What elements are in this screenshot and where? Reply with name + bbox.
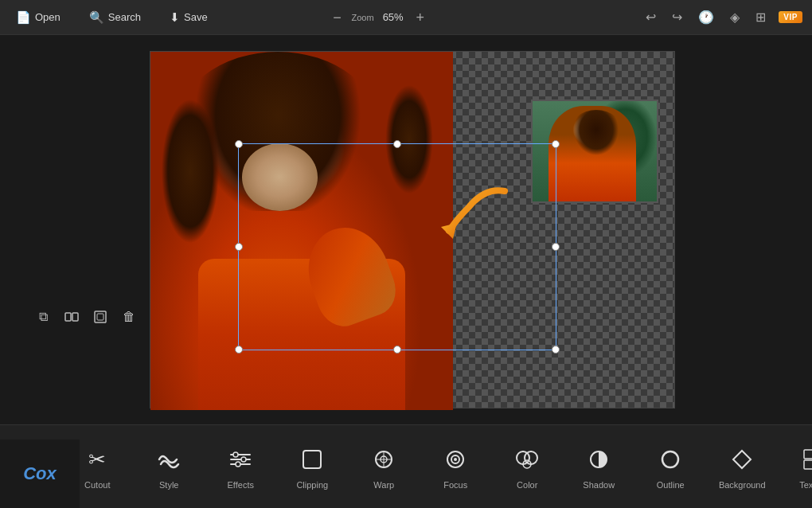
zoom-control: − Zoom 65% + bbox=[330, 10, 428, 25]
svg-point-8 bbox=[233, 452, 238, 457]
vip-badge: VIP bbox=[779, 11, 802, 23]
effect-outline[interactable]: Outline bbox=[634, 431, 706, 502]
trim-icon bbox=[93, 310, 107, 324]
texture-icon bbox=[798, 444, 812, 475]
thumb-person bbox=[548, 106, 636, 201]
svg-point-18 bbox=[454, 458, 457, 461]
style-icon bbox=[153, 444, 185, 475]
right-tools: ↩ ↪ 🕐 ◈ ⊞ VIP bbox=[642, 6, 802, 28]
trim-button[interactable] bbox=[88, 304, 113, 330]
effects-label: Effects bbox=[228, 480, 254, 490]
top-toolbar: 📄 Open 🔍 Search ⬇ Save − Zoom 65% + ↩ ↪ … bbox=[0, 0, 812, 35]
search-button[interactable]: 🔍 Search bbox=[83, 7, 147, 28]
svg-point-23 bbox=[662, 451, 678, 467]
effect-focus[interactable]: Focus bbox=[420, 431, 491, 502]
effects-panel: Cox Close ✂ Cutout Style Effects bbox=[0, 424, 812, 508]
svg-point-9 bbox=[241, 457, 246, 462]
effect-shadow[interactable]: Shadow bbox=[563, 431, 634, 502]
search-icon: 🔍 bbox=[89, 10, 104, 25]
zoom-value: 65% bbox=[381, 11, 406, 23]
zoom-plus-button[interactable]: + bbox=[412, 10, 428, 25]
background-icon bbox=[726, 444, 758, 475]
face bbox=[242, 143, 318, 211]
svg-rect-1 bbox=[72, 313, 78, 321]
clipping-icon bbox=[296, 444, 328, 475]
cutout-icon: ✂ bbox=[81, 444, 113, 475]
warp-label: Warp bbox=[373, 480, 394, 490]
copy-layer-button[interactable]: ⧉ bbox=[30, 304, 56, 330]
person-image bbox=[150, 52, 453, 410]
background-label: Background bbox=[719, 480, 766, 490]
left-sidebar bbox=[0, 35, 12, 424]
outline-label: Outline bbox=[657, 480, 685, 490]
effect-style[interactable]: Style bbox=[133, 431, 205, 502]
svg-rect-11 bbox=[303, 451, 321, 468]
open-icon: 📄 bbox=[16, 10, 31, 25]
warp-icon bbox=[368, 444, 400, 475]
save-button[interactable]: ⬇ Save bbox=[163, 7, 214, 28]
svg-point-10 bbox=[236, 462, 240, 467]
delete-button[interactable]: 🗑 bbox=[116, 304, 142, 330]
hair-right bbox=[381, 84, 437, 203]
save-icon: ⬇ bbox=[170, 10, 180, 25]
compare-button[interactable]: ⊞ bbox=[752, 6, 769, 28]
open-button[interactable]: 📄 Open bbox=[10, 7, 67, 28]
canvas-wrapper bbox=[150, 51, 675, 408]
cox-logo-area: Cox bbox=[0, 440, 80, 508]
shadow-label: Shadow bbox=[583, 480, 615, 490]
cox-logo: Cox bbox=[23, 463, 57, 484]
effect-effects[interactable]: Effects bbox=[205, 431, 276, 502]
thumb-content bbox=[533, 101, 657, 201]
clipping-label: Clipping bbox=[296, 480, 328, 490]
thumbnail-image bbox=[531, 100, 658, 203]
thumb-hair bbox=[568, 110, 624, 158]
texture-label: Texture bbox=[799, 480, 812, 490]
split-icon bbox=[64, 310, 79, 324]
outline-icon bbox=[654, 444, 686, 475]
history-button[interactable]: 🕐 bbox=[695, 6, 717, 28]
canvas-area: ⧉ 🗑 ⚙ bbox=[12, 35, 812, 424]
color-icon bbox=[511, 444, 543, 475]
focus-label: Focus bbox=[443, 480, 467, 490]
redo-button[interactable]: ↪ bbox=[669, 6, 685, 28]
person-photo bbox=[150, 52, 453, 410]
svg-rect-24 bbox=[804, 450, 812, 459]
style-label: Style bbox=[159, 480, 178, 490]
layers-button[interactable]: ◈ bbox=[727, 6, 743, 28]
shadow-icon bbox=[583, 444, 615, 475]
svg-rect-26 bbox=[804, 460, 812, 469]
main-area: ⧉ 🗑 ⚙ bbox=[0, 35, 812, 424]
svg-rect-2 bbox=[95, 311, 106, 322]
svg-rect-3 bbox=[97, 314, 103, 320]
svg-rect-0 bbox=[65, 313, 71, 321]
effect-warp[interactable]: Warp bbox=[348, 431, 420, 502]
open-label: Open bbox=[35, 11, 61, 23]
save-label: Save bbox=[184, 11, 208, 23]
search-label: Search bbox=[108, 11, 141, 23]
effect-background[interactable]: Background bbox=[706, 431, 778, 502]
zoom-minus-button[interactable]: − bbox=[330, 10, 345, 25]
effects-icon bbox=[224, 444, 256, 475]
split-button[interactable] bbox=[59, 304, 84, 330]
undo-button[interactable]: ↩ bbox=[642, 6, 659, 28]
hair-left bbox=[158, 100, 222, 243]
cutout-label: Cutout bbox=[84, 480, 110, 490]
effect-texture[interactable]: Texture bbox=[778, 431, 812, 502]
color-label: Color bbox=[517, 480, 537, 490]
focus-icon bbox=[439, 444, 471, 475]
effect-clipping[interactable]: Clipping bbox=[276, 431, 348, 502]
effect-color[interactable]: Color bbox=[491, 431, 563, 502]
zoom-label: Zoom bbox=[352, 13, 374, 22]
